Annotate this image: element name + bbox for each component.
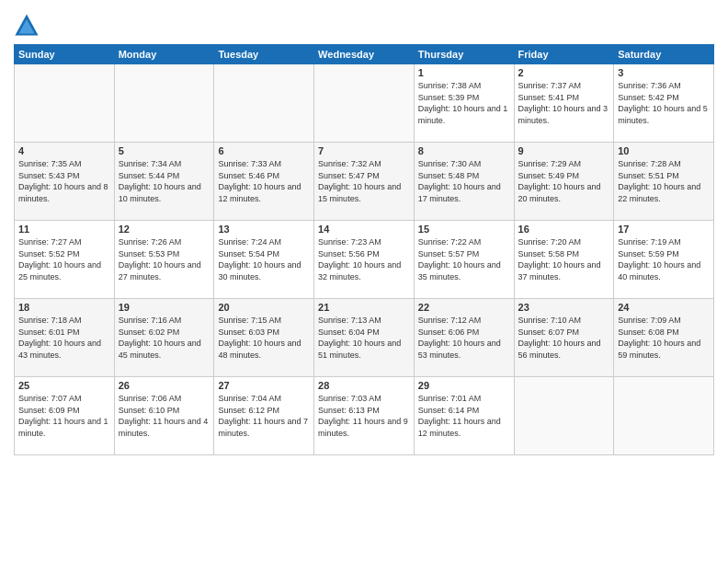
day-number: 7	[318, 145, 410, 156]
day-number: 9	[518, 145, 610, 156]
weekday-header: Monday	[114, 45, 214, 64]
day-number: 2	[518, 67, 610, 78]
header-row: SundayMondayTuesdayWednesdayThursdayFrid…	[15, 45, 714, 64]
calendar-cell: 1Sunrise: 7:38 AM Sunset: 5:39 PM Daylig…	[414, 64, 514, 143]
day-info: Sunrise: 7:04 AM Sunset: 6:12 PM Dayligh…	[218, 393, 310, 439]
day-number: 26	[119, 380, 210, 391]
day-info: Sunrise: 7:38 AM Sunset: 5:39 PM Dayligh…	[418, 80, 510, 126]
calendar-week-row: 1Sunrise: 7:38 AM Sunset: 5:39 PM Daylig…	[15, 64, 714, 143]
day-info: Sunrise: 7:34 AM Sunset: 5:44 PM Dayligh…	[119, 158, 210, 204]
calendar-week-row: 4Sunrise: 7:35 AM Sunset: 5:43 PM Daylig…	[15, 143, 714, 221]
calendar-cell: 26Sunrise: 7:06 AM Sunset: 6:10 PM Dayli…	[114, 377, 214, 455]
day-number: 5	[119, 145, 210, 156]
day-number: 28	[318, 380, 410, 391]
calendar-body: 1Sunrise: 7:38 AM Sunset: 5:39 PM Daylig…	[15, 64, 714, 455]
calendar-cell: 16Sunrise: 7:20 AM Sunset: 5:58 PM Dayli…	[514, 221, 614, 299]
day-number: 22	[418, 302, 510, 313]
day-number: 6	[218, 145, 310, 156]
calendar-cell: 9Sunrise: 7:29 AM Sunset: 5:49 PM Daylig…	[514, 143, 614, 221]
calendar-cell: 2Sunrise: 7:37 AM Sunset: 5:41 PM Daylig…	[514, 64, 614, 143]
calendar-cell: 3Sunrise: 7:36 AM Sunset: 5:42 PM Daylig…	[614, 64, 714, 143]
calendar-week-row: 25Sunrise: 7:07 AM Sunset: 6:09 PM Dayli…	[15, 377, 714, 455]
weekday-header: Friday	[514, 45, 614, 64]
weekday-header: Sunday	[15, 45, 115, 64]
calendar-cell: 15Sunrise: 7:22 AM Sunset: 5:57 PM Dayli…	[414, 221, 514, 299]
page: SundayMondayTuesdayWednesdayThursdayFrid…	[0, 0, 728, 563]
calendar-cell: 27Sunrise: 7:04 AM Sunset: 6:12 PM Dayli…	[214, 377, 314, 455]
day-info: Sunrise: 7:28 AM Sunset: 5:51 PM Dayligh…	[618, 158, 710, 204]
calendar-cell: 11Sunrise: 7:27 AM Sunset: 5:52 PM Dayli…	[15, 221, 115, 299]
day-info: Sunrise: 7:30 AM Sunset: 5:48 PM Dayligh…	[418, 158, 510, 204]
day-number: 3	[618, 67, 710, 78]
calendar-table: SundayMondayTuesdayWednesdayThursdayFrid…	[14, 44, 714, 455]
calendar-week-row: 18Sunrise: 7:18 AM Sunset: 6:01 PM Dayli…	[15, 299, 714, 377]
day-info: Sunrise: 7:18 AM Sunset: 6:01 PM Dayligh…	[18, 315, 110, 361]
day-info: Sunrise: 7:13 AM Sunset: 6:04 PM Dayligh…	[318, 315, 410, 361]
weekday-header: Wednesday	[314, 45, 415, 64]
day-number: 23	[518, 302, 610, 313]
day-info: Sunrise: 7:10 AM Sunset: 6:07 PM Dayligh…	[518, 315, 610, 361]
day-info: Sunrise: 7:24 AM Sunset: 5:54 PM Dayligh…	[218, 236, 310, 282]
day-number: 19	[119, 302, 210, 313]
day-info: Sunrise: 7:37 AM Sunset: 5:41 PM Dayligh…	[518, 80, 610, 126]
day-info: Sunrise: 7:27 AM Sunset: 5:52 PM Dayligh…	[18, 236, 110, 282]
calendar-cell	[514, 377, 614, 455]
day-number: 12	[119, 224, 210, 235]
weekday-header: Saturday	[614, 45, 714, 64]
calendar-cell: 23Sunrise: 7:10 AM Sunset: 6:07 PM Dayli…	[514, 299, 614, 377]
day-number: 17	[618, 224, 710, 235]
day-info: Sunrise: 7:12 AM Sunset: 6:06 PM Dayligh…	[418, 315, 510, 361]
day-number: 29	[418, 380, 510, 391]
calendar-cell: 28Sunrise: 7:03 AM Sunset: 6:13 PM Dayli…	[314, 377, 415, 455]
day-number: 13	[218, 224, 310, 235]
calendar-cell: 6Sunrise: 7:33 AM Sunset: 5:46 PM Daylig…	[214, 143, 314, 221]
day-number: 4	[18, 145, 110, 156]
day-info: Sunrise: 7:32 AM Sunset: 5:47 PM Dayligh…	[318, 158, 410, 204]
calendar-cell: 7Sunrise: 7:32 AM Sunset: 5:47 PM Daylig…	[314, 143, 415, 221]
day-info: Sunrise: 7:20 AM Sunset: 5:58 PM Dayligh…	[518, 236, 610, 282]
calendar-cell: 25Sunrise: 7:07 AM Sunset: 6:09 PM Dayli…	[15, 377, 115, 455]
day-number: 24	[618, 302, 710, 313]
day-info: Sunrise: 7:15 AM Sunset: 6:03 PM Dayligh…	[218, 315, 310, 361]
day-number: 25	[18, 380, 110, 391]
day-info: Sunrise: 7:23 AM Sunset: 5:56 PM Dayligh…	[318, 236, 410, 282]
day-number: 15	[418, 224, 510, 235]
day-info: Sunrise: 7:22 AM Sunset: 5:57 PM Dayligh…	[418, 236, 510, 282]
day-info: Sunrise: 7:35 AM Sunset: 5:43 PM Dayligh…	[18, 158, 110, 204]
calendar-cell: 13Sunrise: 7:24 AM Sunset: 5:54 PM Dayli…	[214, 221, 314, 299]
day-info: Sunrise: 7:33 AM Sunset: 5:46 PM Dayligh…	[218, 158, 310, 204]
day-info: Sunrise: 7:36 AM Sunset: 5:42 PM Dayligh…	[618, 80, 710, 126]
logo	[14, 13, 41, 39]
logo-icon	[14, 13, 40, 39]
day-number: 1	[418, 67, 510, 78]
calendar-header: SundayMondayTuesdayWednesdayThursdayFrid…	[15, 45, 714, 64]
calendar-cell: 21Sunrise: 7:13 AM Sunset: 6:04 PM Dayli…	[314, 299, 415, 377]
calendar-cell: 29Sunrise: 7:01 AM Sunset: 6:14 PM Dayli…	[414, 377, 514, 455]
weekday-header: Thursday	[414, 45, 514, 64]
calendar-cell: 19Sunrise: 7:16 AM Sunset: 6:02 PM Dayli…	[114, 299, 214, 377]
day-number: 16	[518, 224, 610, 235]
calendar-cell: 24Sunrise: 7:09 AM Sunset: 6:08 PM Dayli…	[614, 299, 714, 377]
day-info: Sunrise: 7:01 AM Sunset: 6:14 PM Dayligh…	[418, 393, 510, 439]
weekday-header: Tuesday	[214, 45, 314, 64]
calendar-cell: 4Sunrise: 7:35 AM Sunset: 5:43 PM Daylig…	[15, 143, 115, 221]
day-info: Sunrise: 7:09 AM Sunset: 6:08 PM Dayligh…	[618, 315, 710, 361]
calendar-cell	[314, 64, 415, 143]
day-info: Sunrise: 7:16 AM Sunset: 6:02 PM Dayligh…	[119, 315, 210, 361]
calendar-cell: 10Sunrise: 7:28 AM Sunset: 5:51 PM Dayli…	[614, 143, 714, 221]
day-info: Sunrise: 7:19 AM Sunset: 5:59 PM Dayligh…	[618, 236, 710, 282]
day-number: 8	[418, 145, 510, 156]
day-info: Sunrise: 7:29 AM Sunset: 5:49 PM Dayligh…	[518, 158, 610, 204]
calendar-week-row: 11Sunrise: 7:27 AM Sunset: 5:52 PM Dayli…	[15, 221, 714, 299]
calendar-cell	[114, 64, 214, 143]
day-number: 18	[18, 302, 110, 313]
day-info: Sunrise: 7:06 AM Sunset: 6:10 PM Dayligh…	[119, 393, 210, 439]
day-number: 20	[218, 302, 310, 313]
calendar-cell: 8Sunrise: 7:30 AM Sunset: 5:48 PM Daylig…	[414, 143, 514, 221]
day-number: 14	[318, 224, 410, 235]
day-number: 11	[18, 224, 110, 235]
calendar-cell: 22Sunrise: 7:12 AM Sunset: 6:06 PM Dayli…	[414, 299, 514, 377]
day-number: 10	[618, 145, 710, 156]
calendar-cell	[15, 64, 115, 143]
calendar-cell: 14Sunrise: 7:23 AM Sunset: 5:56 PM Dayli…	[314, 221, 415, 299]
